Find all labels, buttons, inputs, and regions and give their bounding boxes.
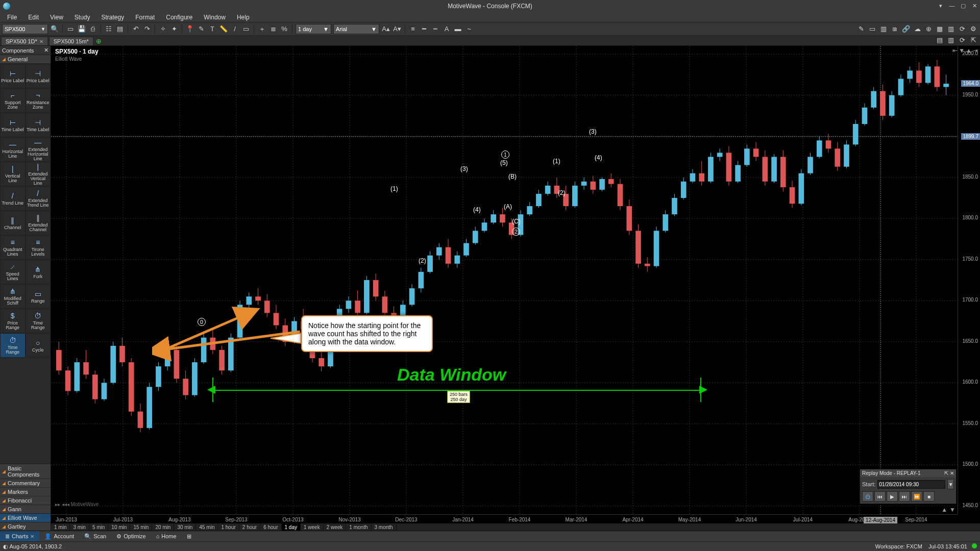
- bottom-close-icon[interactable]: ✕: [30, 534, 34, 539]
- edit-icon[interactable]: ✎: [856, 24, 866, 34]
- replay-fast-icon[interactable]: ⏩: [911, 491, 922, 502]
- tool-support-zone[interactable]: ⌐Support Zone: [0, 88, 26, 113]
- linestyle-icon[interactable]: ┅: [431, 24, 440, 34]
- menu-file[interactable]: File: [3, 13, 21, 22]
- chart-nav-right-icon[interactable]: ⇥: [973, 47, 978, 54]
- sidebar-close-icon[interactable]: ✕: [44, 47, 48, 54]
- wave-label[interactable]: (4): [473, 206, 481, 213]
- tf-15-min[interactable]: 15 min: [130, 523, 152, 531]
- tf-1-week[interactable]: 1 week: [301, 523, 324, 531]
- tf-6-hour[interactable]: 6 hour: [260, 523, 281, 531]
- wave-label[interactable]: (5): [500, 159, 508, 166]
- chart-area[interactable]: SPX500 · 1 day Elliott Wave ⇤ ▼ ▲ ⇥ 2000…: [51, 46, 980, 531]
- tf-3-min[interactable]: 3 min: [70, 523, 89, 531]
- tool-price-label[interactable]: ⊢Price Label: [0, 64, 26, 88]
- bottom-home[interactable]: ⌂Home: [151, 531, 182, 541]
- tool-vertical-line[interactable]: |Vertical Line: [0, 162, 26, 186]
- doc-icon[interactable]: ▤: [115, 24, 125, 34]
- wave-label[interactable]: (2): [419, 257, 426, 264]
- menu-window[interactable]: Window: [200, 13, 230, 22]
- tool-time-label[interactable]: ⊣Time Label: [26, 113, 51, 137]
- tool-resistance-zone[interactable]: ¬Resistance Zone: [26, 88, 51, 113]
- such-icon[interactable]: ▥: [879, 24, 888, 34]
- tool-speed-lines[interactable]: ⟋Speed Lines: [0, 260, 26, 284]
- wave-label[interactable]: (1): [553, 158, 560, 165]
- category-commentary[interactable]: ◢Commentary: [0, 479, 51, 487]
- menu-help[interactable]: Help: [233, 13, 254, 22]
- tool-time-range[interactable]: ⏱Time Range: [26, 309, 51, 333]
- wave-label[interactable]: (A): [504, 203, 512, 210]
- tab-spx500-15m-[interactable]: SPX500 15m*: [49, 37, 93, 45]
- tab-close-icon[interactable]: ✕: [39, 39, 43, 44]
- replay-step-icon[interactable]: ⏭: [899, 491, 910, 502]
- replay-start-dropdown[interactable]: ▼: [947, 479, 954, 489]
- search-icon[interactable]: 🔍: [50, 24, 59, 34]
- category-markers[interactable]: ◢Markers: [0, 487, 51, 496]
- tab-panel2-icon[interactable]: ▥: [946, 35, 955, 44]
- menu-format[interactable]: Format: [131, 13, 159, 22]
- replay-detach-icon[interactable]: ⇱: [944, 470, 948, 476]
- tab-panel1-icon[interactable]: ▤: [935, 35, 944, 44]
- chart-nav-left-icon[interactable]: ⇤: [952, 47, 958, 54]
- tool-quadrant-lines[interactable]: ≡Quadrant Lines: [0, 235, 26, 260]
- cloud-icon[interactable]: ☁: [913, 24, 922, 34]
- tool-price-label[interactable]: ⊣Price Label: [26, 64, 51, 88]
- magic-icon[interactable]: ✧: [158, 24, 167, 34]
- category-basic-components[interactable]: ◢Basic Components: [0, 464, 51, 479]
- wand-icon[interactable]: ✦: [169, 24, 179, 34]
- wave-label[interactable]: (3): [589, 128, 597, 135]
- close-icon[interactable]: ✕: [971, 3, 978, 10]
- category-gann[interactable]: ◢Gann: [0, 505, 51, 513]
- tab-popout-icon[interactable]: ⇱: [969, 35, 978, 44]
- pct-icon[interactable]: %: [280, 24, 289, 34]
- tf-5-min[interactable]: 5 min: [89, 523, 108, 531]
- replay-stop-icon[interactable]: ■: [923, 491, 935, 502]
- tf-10-min[interactable]: 10 min: [108, 523, 130, 531]
- tool-extended-horizontal-line[interactable]: —Extended Horizontal Line: [26, 137, 51, 162]
- maximize-icon[interactable]: ▢: [960, 3, 967, 10]
- card-icon[interactable]: ▭: [868, 24, 877, 34]
- menu-configure[interactable]: Configure: [162, 13, 197, 22]
- tool-trend-line[interactable]: /Trend Line: [0, 186, 26, 211]
- category-elliott-wave[interactable]: ◢Elliott Wave: [0, 513, 51, 522]
- tab-add-icon[interactable]: ⊕: [94, 36, 104, 45]
- gear-icon[interactable]: ⚙: [969, 24, 978, 34]
- font-inc-icon[interactable]: A▴: [381, 24, 390, 34]
- x-axis[interactable]: Jun-2013Jul-2013Aug-2013Sep-2013Oct-2013…: [51, 514, 958, 523]
- menu-edit[interactable]: Edit: [24, 13, 43, 22]
- fill-icon[interactable]: ▬: [453, 24, 462, 34]
- tf-30-min[interactable]: 30 min: [174, 523, 196, 531]
- grid-icon[interactable]: ▦: [935, 24, 944, 34]
- text-icon[interactable]: T: [208, 24, 217, 34]
- tool-fork[interactable]: ⋔Fork: [26, 260, 51, 284]
- bottom-charts[interactable]: ≣Charts✕: [0, 531, 39, 541]
- wave-label[interactable]: (4): [595, 154, 602, 161]
- font-dec-icon[interactable]: A▾: [393, 24, 402, 34]
- tf-1-month[interactable]: 1 month: [346, 523, 371, 531]
- wave-label[interactable]: (B): [508, 173, 517, 180]
- replay-close-icon[interactable]: ✕: [950, 470, 954, 476]
- ruler-icon[interactable]: 📏: [219, 24, 228, 34]
- tf-20-min[interactable]: 20 min: [152, 523, 174, 531]
- undo-icon[interactable]: ↶: [131, 24, 140, 34]
- line-icon[interactable]: /: [230, 24, 239, 34]
- xaxis-down-icon[interactable]: ▼: [949, 506, 955, 513]
- wave-label[interactable]: (C): [512, 218, 521, 225]
- category-general[interactable]: ◢General: [0, 55, 51, 64]
- tool-time-label[interactable]: ⊢Time Label: [0, 113, 26, 137]
- chart-nav-down-icon[interactable]: ▼: [959, 47, 965, 54]
- tool-extended-channel[interactable]: ∥Extended Channel: [26, 211, 51, 235]
- tool-range[interactable]: ▭Range: [26, 284, 51, 309]
- note2-icon[interactable]: 🗈: [890, 24, 899, 34]
- wave-label[interactable]: 1: [501, 151, 509, 159]
- color-icon[interactable]: A: [442, 24, 451, 34]
- tool-extended-vertical-line[interactable]: |Extended Vertical Line: [26, 162, 51, 186]
- category-fibonacci[interactable]: ◢Fibonacci: [0, 496, 51, 505]
- tool-extended-trend-line[interactable]: /Extended Trend Line: [26, 186, 51, 211]
- tool-price-range[interactable]: $Price Range: [0, 309, 26, 333]
- target-icon[interactable]: ⊕: [924, 24, 933, 34]
- replay-play-icon[interactable]: ▶: [887, 491, 898, 502]
- refresh-icon[interactable]: ⟳: [958, 24, 967, 34]
- tool-channel[interactable]: ∥Channel: [0, 211, 26, 235]
- tf-1-hour[interactable]: 1 hour: [218, 523, 239, 531]
